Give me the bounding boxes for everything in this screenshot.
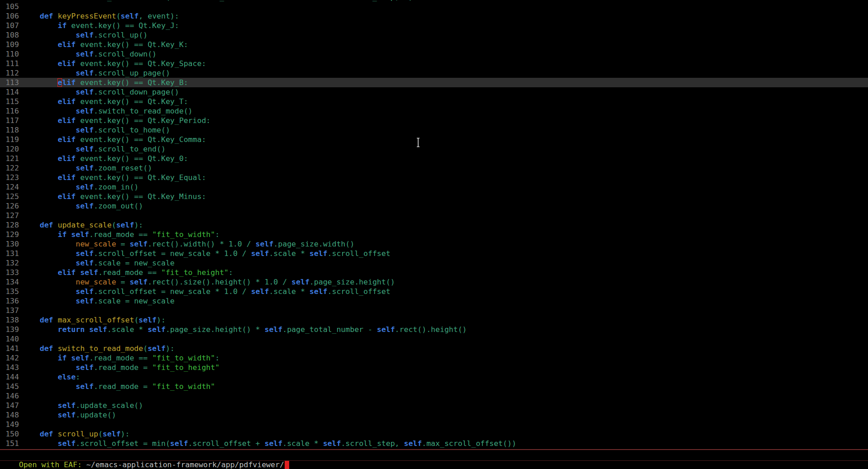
line-number: 131 (0, 249, 19, 258)
line-number: 121 (0, 154, 19, 163)
line-number: 118 (0, 125, 19, 135)
code-line[interactable]: 129 if self.read_mode == "fit_to_width": (0, 230, 868, 239)
line-number: 126 (0, 201, 19, 211)
code-line[interactable]: 108 self.scroll_up() (0, 30, 868, 40)
code-line[interactable]: 144 else: (0, 372, 868, 382)
mouse-ibeam-cursor (415, 137, 421, 147)
code-line[interactable]: 112 self.scroll_up_page() (0, 68, 868, 78)
code-line[interactable]: 128 def update_scale(self): (0, 220, 868, 230)
code-line[interactable]: 117 elif event.key() == Qt.Key_Period: (0, 116, 868, 125)
code-line[interactable]: 139 return self.scale * self.page_size.h… (0, 325, 868, 334)
line-number: 150 (0, 429, 19, 439)
line-number: 127 (0, 211, 19, 220)
code-line[interactable]: 120 self.scroll_to_end() (0, 144, 868, 154)
code-line[interactable]: 138 def max_scroll_offset(self): (0, 315, 868, 325)
line-code: elif event.key() == Qt.Key_Period: (19, 116, 210, 125)
code-line[interactable]: 132 self.scale = new_scale (0, 258, 868, 268)
code-line[interactable]: 121 elif event.key() == Qt.Key_0: (0, 154, 868, 163)
line-number: 119 (0, 135, 19, 144)
line-code: self.scale = new_scale (19, 258, 175, 268)
code-line[interactable]: 133 elif self.read_mode == "fit_to_heigh… (0, 268, 868, 277)
code-line-current[interactable]: 113 elif event.key() == Qt.Key_B: (0, 78, 868, 87)
line-number: 130 (0, 239, 19, 249)
line-code: elif event.key() == Qt.Key_Space: (19, 59, 206, 68)
line-code (19, 2, 22, 11)
line-code: if self.read_mode == "fit_to_width": (19, 230, 219, 239)
line-number: 105 (0, 2, 19, 11)
code-line[interactable]: 123 elif event.key() == Qt.Key_Equal: (0, 173, 868, 182)
line-code: elif event.key() == Qt.Key_Equal: (19, 173, 206, 182)
line-code: elif event.key() == Qt.Key_Minus: (19, 192, 206, 201)
line-number: 128 (0, 220, 19, 230)
code-line[interactable]: 125 elif event.key() == Qt.Key_Minus: (0, 192, 868, 201)
code-line[interactable]: 119 elif event.key() == Qt.Key_Comma: (0, 135, 868, 144)
code-line[interactable]: 130 new_scale = self.rect().width() * 1.… (0, 239, 868, 249)
line-code: elif event.key() == Qt.Key_0: (19, 154, 188, 163)
line-code: self.scroll_to_home() (19, 125, 170, 135)
code-line[interactable]: 150 def scroll_up(self): (0, 429, 868, 439)
code-buffer[interactable]: 104 self.scroll_offset = max(self.scroll… (0, 0, 868, 448)
line-code (19, 306, 22, 315)
line-code: elif event.key() == Qt.Key_B: (19, 78, 188, 87)
line-code: self.scroll_up_page() (19, 68, 170, 78)
code-line[interactable]: 127 (0, 211, 868, 220)
line-number: 147 (0, 401, 19, 410)
code-line[interactable]: 135 self.scroll_offset = new_scale * 1.0… (0, 287, 868, 296)
code-line[interactable]: 140 (0, 334, 868, 344)
line-code: self.scroll_offset = new_scale * 1.0 / s… (19, 249, 391, 258)
code-line[interactable]: 149 (0, 420, 868, 429)
code-line[interactable]: 142 if self.read_mode == "fit_to_width": (0, 353, 868, 363)
code-line[interactable]: 137 (0, 306, 868, 315)
code-line[interactable]: 115 elif event.key() == Qt.Key_T: (0, 97, 868, 106)
code-line[interactable]: 107 if event.key() == Qt.Key_J: (0, 21, 868, 30)
code-line[interactable]: 126 self.zoom_out() (0, 201, 868, 211)
code-line[interactable]: 151 self.scroll_offset = min(self.scroll… (0, 439, 868, 448)
code-line[interactable]: 116 self.switch_to_read_mode() (0, 106, 868, 116)
line-number: 137 (0, 306, 19, 315)
line-code: def max_scroll_offset(self): (19, 315, 166, 325)
mode-line (0, 449, 868, 450)
line-number: 114 (0, 87, 19, 97)
line-code: def switch_to_read_mode(self): (19, 344, 175, 353)
line-code: def scroll_up(self): (19, 429, 129, 439)
line-number: 140 (0, 334, 19, 344)
line-code: self.scale = new_scale (19, 296, 175, 306)
line-number: 125 (0, 192, 19, 201)
code-line[interactable]: 145 self.read_mode = "fit_to_width" (0, 382, 868, 391)
code-line[interactable]: 124 self.zoom_in() (0, 182, 868, 192)
code-line[interactable]: 114 self.scroll_down_page() (0, 87, 868, 97)
code-line[interactable]: 106 def keyPressEvent(self, event): (0, 11, 868, 21)
code-line[interactable]: 147 self.update_scale() (0, 401, 868, 410)
minibuffer[interactable]: Open with EAF: ~/emacs-application-frame… (0, 450, 868, 460)
code-line[interactable]: 134 new_scale = self.rect().size().heigh… (0, 277, 868, 287)
code-line[interactable]: 118 self.scroll_to_home() (0, 125, 868, 135)
line-code: self.scroll_to_end() (19, 144, 166, 154)
code-line[interactable]: 109 elif event.key() == Qt.Key_K: (0, 40, 868, 49)
line-number: 135 (0, 287, 19, 296)
code-line[interactable]: 110 self.scroll_down() (0, 49, 868, 59)
line-number: 123 (0, 173, 19, 182)
code-line[interactable]: 143 self.read_mode = "fit_to_height" (0, 363, 868, 372)
line-number: 108 (0, 30, 19, 40)
code-line[interactable]: 146 (0, 391, 868, 401)
line-number: 148 (0, 410, 19, 420)
line-code: self.read_mode = "fit_to_width" (19, 382, 215, 391)
code-line[interactable]: 111 elif event.key() == Qt.Key_Space: (0, 59, 868, 68)
line-number: 151 (0, 439, 19, 448)
code-line[interactable]: 131 self.scroll_offset = new_scale * 1.0… (0, 249, 868, 258)
line-code: self.zoom_out() (19, 201, 143, 211)
line-code: self.zoom_reset() (19, 163, 152, 173)
code-line[interactable]: 141 def switch_to_read_mode(self): (0, 344, 868, 353)
line-code: self.scroll_offset = new_scale * 1.0 / s… (19, 287, 391, 296)
line-code (19, 211, 22, 220)
line-number: 134 (0, 277, 19, 287)
code-line[interactable]: 105 (0, 2, 868, 11)
code-line[interactable]: 122 self.zoom_reset() (0, 163, 868, 173)
line-number: 141 (0, 344, 19, 353)
code-line[interactable]: 136 self.scale = new_scale (0, 296, 868, 306)
line-code: else: (19, 372, 80, 382)
line-code: self.scroll_up() (19, 30, 148, 40)
line-code: elif event.key() == Qt.Key_K: (19, 40, 188, 49)
line-code: return self.scale * self.page_size.heigh… (19, 325, 467, 334)
code-line[interactable]: 148 self.update() (0, 410, 868, 420)
